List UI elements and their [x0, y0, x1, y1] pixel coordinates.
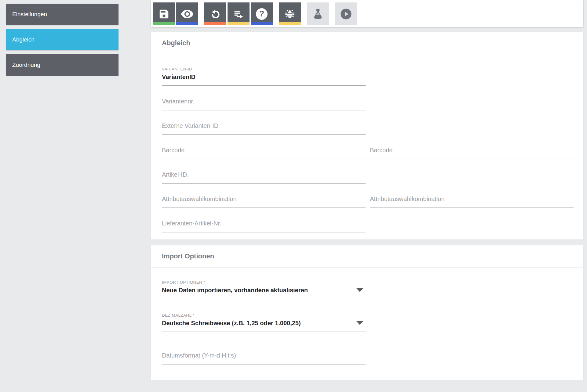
field-label: IMPORT OPTIONEN *	[162, 280, 366, 285]
varianten-id-input[interactable]	[162, 73, 366, 86]
sidebar-item-einstellungen[interactable]: Einstellungen	[6, 4, 118, 25]
accent-bar	[279, 22, 301, 25]
list-arrow-icon	[232, 4, 245, 24]
barcode-field	[162, 146, 366, 159]
barcode-field-2	[370, 146, 574, 159]
debug-button[interactable]	[279, 2, 301, 25]
bug-icon	[284, 4, 296, 24]
sidebar-item-zuordnung[interactable]: Zuordnung	[6, 54, 118, 76]
dezimalzahl-field: DEZIMALZAHL * Deutsche Schreibweise (z.B…	[162, 313, 366, 332]
panel-title-import-optionen: Import Optionen	[151, 245, 583, 268]
form-row: IMPORT OPTIONEN * Neue Daten importieren…	[162, 268, 574, 299]
abgleich-panel: Abgleich VARIANTEN-ID	[151, 32, 583, 240]
accent-bar	[153, 22, 175, 25]
chevron-down-icon	[356, 321, 363, 325]
field-label: VARIANTEN-ID	[162, 67, 366, 72]
varianten-id-field: VARIANTEN-ID	[162, 67, 366, 86]
test-run-button[interactable]	[307, 2, 329, 25]
flask-icon	[312, 2, 324, 25]
toolbar: ?	[151, 0, 583, 27]
save-button[interactable]	[153, 2, 175, 25]
datumsformat-field	[162, 351, 366, 365]
attributauswahl-field-2	[370, 195, 574, 208]
sidebar: Einstellungen Abgleich Zuordnung	[6, 4, 118, 80]
panel-title-abgleich: Abgleich	[151, 32, 583, 54]
barcode-input[interactable]	[162, 146, 366, 159]
sidebar-item-abgleich[interactable]: Abgleich	[6, 29, 118, 50]
lieferanten-artikel-nr-field	[162, 219, 366, 232]
field-label: DEZIMALZAHL *	[162, 313, 366, 318]
form-row	[162, 159, 574, 184]
artikel-id-field	[162, 170, 366, 184]
forward-list-button[interactable]	[228, 2, 250, 25]
select-value: Deutsche Schreibweise (z.B. 1,25 oder 1.…	[162, 319, 366, 327]
preview-button[interactable]	[176, 2, 198, 25]
form-row: DEZIMALZAHL * Deutsche Schreibweise (z.B…	[162, 299, 574, 332]
attributauswahl-input[interactable]	[162, 195, 366, 208]
externe-varianten-id-field	[162, 121, 366, 135]
chevron-down-icon	[356, 288, 363, 292]
undo-button[interactable]	[204, 2, 226, 25]
form-row	[162, 208, 574, 232]
import-optionen-select[interactable]: Neue Daten importieren, vorhandene aktua…	[162, 286, 366, 299]
externe-varianten-id-input[interactable]	[162, 121, 366, 135]
sidebar-item-label: Abgleich	[12, 36, 35, 43]
artikel-id-input[interactable]	[162, 170, 366, 184]
select-value: Neue Daten importieren, vorhandene aktua…	[162, 286, 366, 294]
form-row	[162, 110, 574, 135]
undo-arrow-icon	[209, 4, 221, 24]
floppy-disk-icon	[158, 4, 170, 24]
help-button[interactable]: ?	[251, 2, 273, 25]
variantennr-field	[162, 97, 366, 110]
lieferanten-artikel-nr-input[interactable]	[162, 219, 366, 232]
accent-bar	[176, 22, 198, 25]
datumsformat-input[interactable]	[162, 351, 366, 365]
sidebar-item-label: Einstellungen	[12, 11, 47, 18]
import-options-panel: Import Optionen IMPORT OPTIONEN * Neue D…	[151, 245, 583, 381]
eye-icon	[180, 4, 194, 24]
sidebar-item-label: Zuordnung	[12, 62, 40, 68]
accent-bar	[228, 22, 250, 25]
dezimalzahl-select[interactable]: Deutsche Schreibweise (z.B. 1,25 oder 1.…	[162, 319, 366, 332]
attributauswahl-input-2[interactable]	[370, 195, 574, 208]
play-circle-icon	[339, 2, 353, 25]
form-row	[162, 184, 574, 208]
form-row	[162, 332, 574, 365]
run-button[interactable]	[335, 2, 357, 25]
accent-bar	[251, 22, 273, 25]
form-row	[162, 86, 574, 110]
attributauswahl-field	[162, 195, 366, 208]
form-row: VARIANTEN-ID	[162, 54, 574, 86]
barcode-input-2[interactable]	[370, 146, 574, 159]
import-optionen-field: IMPORT OPTIONEN * Neue Daten importieren…	[162, 280, 366, 299]
variantennr-input[interactable]	[162, 97, 366, 110]
question-mark-icon: ?	[256, 4, 268, 24]
form-row	[162, 135, 574, 159]
accent-bar	[204, 22, 226, 25]
